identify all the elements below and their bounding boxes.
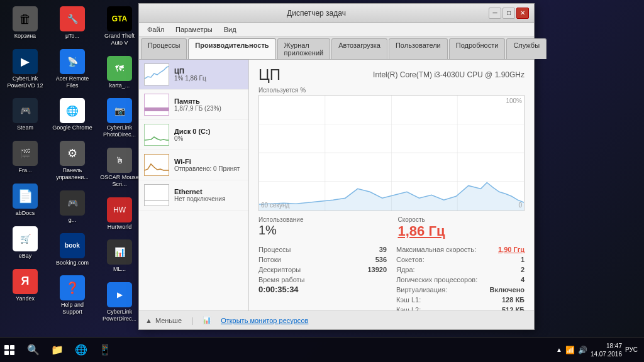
start-button[interactable] [0, 341, 19, 359]
chart-100-label: 100% [506, 97, 522, 104]
sidebar-item-cpu[interactable]: ЦП 1% 1,86 Гц [139, 60, 248, 90]
cpu-sparkline [145, 61, 169, 83]
less-button[interactable]: ▲ Меньше [145, 317, 182, 324]
desktop-icon-karta[interactable]: 🗺 karta_... [97, 53, 142, 92]
desktop-icon-abdocs[interactable]: 📄 abDocs [3, 180, 47, 220]
desktop: 🗑 Корзина ▶ CyberLink PowerDVD 12 🎮 Stea… [0, 0, 644, 362]
minimize-button[interactable]: ─ [489, 8, 501, 19]
desktop-icon-yandex[interactable]: Я Yandex [3, 266, 47, 305]
wifi-sparkline [145, 151, 169, 173]
desktop-icon-cyberlink[interactable]: ▶ CyberLink PowerDVD 12 [3, 46, 47, 92]
desktop-icon-ml[interactable]: 📊 ML... [97, 236, 142, 276]
memory-sidebar-value: 1,8/7,9 ГБ (23%) [174, 105, 221, 112]
icon-label-ml: ML... [113, 266, 126, 273]
icon-label-g: g... [69, 217, 77, 224]
desktop-icon-ebay[interactable]: 🛒 eBay [3, 223, 47, 263]
l2-value: 512 КБ [502, 306, 525, 310]
maximize-button[interactable]: □ [502, 8, 515, 19]
tab-performance[interactable]: Производительность [188, 38, 275, 59]
desktop-icon-cyberlink-photo[interactable]: 📷 CyberLink PhotoDirec... [97, 95, 142, 141]
sidebar-item-ethernet[interactable]: Ethernet Нет подключения [139, 180, 248, 211]
tab-details[interactable]: Подробности [449, 38, 506, 59]
usage-label: Используется % [258, 87, 306, 94]
desktop-icon-acer[interactable]: 📡 Acer Remote Files [50, 46, 94, 92]
tab-users[interactable]: Пользователи [389, 38, 448, 59]
processes-row: Процессы 39 [258, 244, 387, 255]
sockets-row: Сокетов: 1 [396, 255, 525, 265]
taskbar-date: 14.07.2016 [591, 350, 622, 358]
taskbar-clock: 18:47 14.07.2016 [591, 342, 622, 358]
icon-label-steam: Steam [17, 124, 33, 131]
desktop-icon-cyberlink-power[interactable]: ▶ CyberLink PowerDirec... [97, 279, 142, 326]
win-logo-sq3 [4, 351, 9, 355]
desktop-icon-chrome[interactable]: 🌐 Google Chrome [50, 95, 94, 134]
menu-params[interactable]: Параметры [170, 25, 218, 35]
memory-mini-chart [144, 94, 169, 116]
logical-label: Логических процессоров: [396, 276, 477, 283]
icon-label-fra: Fra... [18, 167, 31, 174]
desktop-icon-korzina[interactable]: 🗑 Корзина [3, 3, 47, 43]
desktop-icon-hurtworld[interactable]: HW Hurtworld [97, 194, 142, 234]
icon-label-yandex: Yandex [16, 295, 35, 302]
ethernet-mini-chart [144, 184, 169, 206]
taskbar-time: 18:47 [591, 342, 622, 350]
desktop-icons-area: 🗑 Корзина ▶ CyberLink PowerDVD 12 🎮 Stea… [0, 0, 132, 339]
desktop-icon-uto[interactable]: 🔧 μTo... [50, 3, 94, 43]
cpu-sidebar-info: ЦП 1% 1,86 Гц [174, 67, 206, 82]
virt-value: Включено [490, 286, 525, 293]
l1-row: Кэш L1: 128 КБ [396, 295, 525, 305]
taskbar-item-browser[interactable]: 🌐 [70, 339, 92, 361]
max-speed-row: Максимальная скорость: 1,90 Ггц [396, 244, 525, 255]
cores-label: Ядра: [396, 266, 415, 273]
window-footer: ▲ Меньше | 📊 Открыть монитор ресурсов [139, 310, 534, 329]
sockets-label: Сокетов: [396, 256, 425, 263]
icon-label-cyberlink-photo: CyberLink PhotoDirec... [99, 124, 140, 138]
cpu-title: ЦП [258, 66, 280, 84]
taskbar-item-settings[interactable]: 📱 [94, 339, 116, 361]
ethernet-sidebar-info: Ethernet Нет подключения [174, 188, 225, 202]
window-controls: ─ □ ✕ [489, 8, 529, 19]
logical-value: 4 [521, 276, 525, 283]
max-speed-label: Максимальная скорость: [396, 246, 476, 253]
footer-separator: | [191, 316, 193, 325]
desktop-icon-help[interactable]: ❓ Help and Support [50, 272, 94, 319]
cpu-sidebar-value: 1% 1,86 Гц [174, 75, 206, 82]
wifi-sidebar-info: Wi-Fi Отправлено: 0 Принят [174, 158, 240, 172]
sidebar-item-memory[interactable]: Память 1,8/7,9 ГБ (23%) [139, 90, 248, 120]
desktop-icon-fra[interactable]: 🎬 Fra... [3, 138, 47, 177]
sidebar-item-disk[interactable]: Диск 0 (C:) 0% [139, 120, 248, 150]
taskbar-item-search[interactable]: 🔍 [22, 339, 45, 361]
usage-stat-label: Использование [258, 216, 386, 223]
network-icon: 📶 [565, 346, 575, 354]
desktop-icon-g[interactable]: 🎮 g... [50, 187, 94, 227]
icon-label-gta: Grand Theft Auto V [99, 33, 140, 47]
close-button[interactable]: ✕ [516, 8, 529, 19]
svg-rect-0 [145, 107, 169, 111]
menu-view[interactable]: Вид [219, 25, 242, 35]
task-manager-window: Диспетчер задач ─ □ ✕ Файл Параметры Вид… [138, 3, 535, 330]
wifi-mini-chart [144, 154, 169, 176]
tab-services[interactable]: Службы [506, 38, 547, 59]
icon-label-cyberlink-power: CyberLink PowerDirec... [99, 309, 140, 322]
desktop-icon-gta[interactable]: GTA Grand Theft Auto V [97, 3, 142, 50]
menu-file[interactable]: Файл [142, 25, 169, 35]
volume-icon[interactable]: 🔊 [578, 346, 587, 354]
desktop-icon-booking[interactable]: book Booking.com [50, 230, 94, 270]
tab-autostart[interactable]: Автозагрузка [331, 38, 387, 59]
tab-processes[interactable]: Процессы [141, 38, 187, 59]
threads-row: Потоки 536 [258, 255, 387, 265]
sidebar-item-wifi[interactable]: Wi-Fi Отправлено: 0 Принят [139, 150, 248, 180]
taskbar-item-files[interactable]: 📁 [46, 339, 69, 361]
open-monitor-link[interactable]: Открыть монитор ресурсов [221, 317, 308, 324]
icon-label-oscar: OSCAR Mouse Scri... [99, 174, 140, 188]
tray-arrow-icon[interactable]: ▲ [556, 346, 562, 353]
chevron-up-icon: ▲ [145, 317, 152, 324]
desktop-icon-oscar[interactable]: 🖱 OSCAR Mouse Scri... [97, 145, 142, 191]
usage-block: Использование 1% [258, 216, 386, 239]
speed-value: 1,86 Гц [398, 223, 525, 239]
desktop-icon-panel[interactable]: ⚙ Панель управлени... [50, 138, 94, 184]
tab-app-history[interactable]: Журнал приложений [277, 38, 331, 59]
icon-label-panel: Панель управлени... [52, 167, 93, 181]
ethernet-sidebar-name: Ethernet [174, 188, 225, 195]
desktop-icon-steam[interactable]: 🎮 Steam [3, 95, 47, 134]
